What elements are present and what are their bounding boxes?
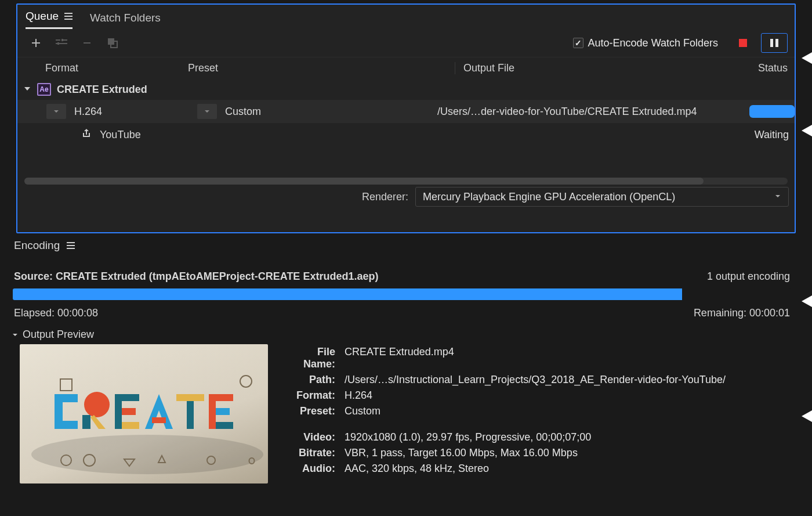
auto-encode-label: Auto-Encode Watch Folders (588, 37, 718, 49)
svg-marker-1 (802, 125, 812, 136)
output-metadata: File Name: CREATE Extruded.mp4 Path: /Us… (282, 344, 791, 483)
preset-value: Custom (225, 106, 261, 118)
meta-format: H.264 (340, 388, 730, 403)
output-preview-header[interactable]: Output Preview (8, 329, 796, 341)
pause-button[interactable] (761, 33, 788, 53)
stop-icon (739, 39, 747, 47)
pause-icon (770, 39, 773, 47)
meta-audio-label: Audio: (282, 461, 340, 477)
after-effects-icon: Ae (37, 83, 51, 96)
source-line: Source: CREATE Extruded (tmpAEtoAMEProje… (14, 270, 707, 283)
svg-marker-2 (802, 295, 812, 307)
col-format[interactable]: Format (45, 62, 188, 74)
output-count: 1 output encoding (707, 270, 790, 283)
svg-rect-13 (115, 394, 122, 429)
column-headers: Format Preset Output File Status (17, 57, 795, 79)
svg-point-7 (84, 392, 110, 417)
tab-watch-folders-label: Watch Folders (90, 12, 161, 24)
progress-bar (13, 288, 791, 300)
queue-group-name: CREATE Extruded (57, 84, 147, 96)
tab-menu-icon[interactable] (64, 13, 72, 20)
col-status[interactable]: Status (739, 62, 795, 74)
meta-preset-label: Preset: (282, 403, 340, 419)
output-path[interactable]: /Users/…der-video-for-YouTube/CREATE Ext… (437, 106, 745, 118)
svg-rect-21 (209, 394, 216, 429)
horizontal-scrollbar[interactable] (24, 178, 788, 185)
duplicate-button[interactable] (104, 35, 121, 51)
meta-bitrate-label: Bitrate: (282, 445, 340, 461)
tab-queue[interactable]: Queue (26, 5, 72, 29)
queue-panel: Queue Watch Folders Auto-Encode Watch Fo… (16, 3, 796, 233)
svg-marker-3 (802, 410, 812, 422)
checkbox-icon (573, 38, 583, 48)
add-slider-button[interactable] (53, 35, 70, 51)
tab-watch-folders[interactable]: Watch Folders (90, 7, 161, 29)
svg-rect-17 (187, 401, 194, 429)
meta-path: /Users/…s/Instructional_Learn_Projects/Q… (340, 372, 730, 388)
chevron-down-icon (774, 192, 781, 201)
renderer-row: Renderer: Mercury Playback Engine GPU Ac… (17, 185, 795, 209)
tab-bar: Queue Watch Folders (17, 5, 795, 29)
meta-filename: CREATE Extruded.mp4 (340, 344, 730, 372)
svg-rect-25 (60, 379, 72, 391)
add-button[interactable] (28, 35, 44, 51)
svg-rect-15 (152, 417, 166, 423)
format-value: H.264 (74, 106, 102, 118)
meta-video-label: Video: (282, 430, 340, 445)
queue-group[interactable]: Ae CREATE Extruded (17, 79, 795, 100)
meta-format-label: Format: (282, 388, 340, 403)
col-output[interactable]: Output File (455, 62, 739, 74)
panel-menu-icon[interactable] (67, 242, 75, 249)
scrollbar-thumb[interactable] (24, 178, 704, 185)
toolbar: Auto-Encode Watch Folders (17, 29, 795, 57)
svg-point-26 (240, 376, 252, 387)
status-progress-pill (749, 105, 795, 118)
svg-rect-16 (176, 394, 204, 401)
svg-marker-0 (802, 52, 812, 64)
meta-audio: AAC, 320 kbps, 48 kHz, Stereo (340, 461, 730, 477)
minus-icon (82, 38, 92, 48)
tab-queue-label: Queue (26, 10, 59, 23)
meta-video: 1920x1080 (1.0), 29.97 fps, Progressive,… (340, 430, 730, 445)
publish-row[interactable]: YouTube Waiting (17, 123, 795, 146)
chevron-down-icon (53, 108, 60, 115)
preview-thumbnail (20, 344, 268, 483)
stop-button[interactable] (731, 33, 755, 53)
chevron-down-icon (204, 108, 211, 115)
plus-icon (31, 38, 41, 48)
remove-button[interactable] (79, 35, 95, 51)
svg-marker-14 (145, 394, 173, 429)
remaining-time: Remaining: 00:00:01 (694, 307, 790, 319)
chevron-down-icon (23, 84, 31, 96)
preset-dropdown[interactable] (197, 104, 217, 119)
share-icon (81, 128, 92, 142)
duplicate-icon (107, 37, 118, 49)
elapsed-time: Elapsed: 00:00:08 (14, 307, 694, 319)
encoding-header: Encoding (8, 237, 796, 254)
sliders-icon (56, 38, 67, 48)
meta-path-label: Path: (282, 372, 340, 388)
col-preset[interactable]: Preset (188, 62, 455, 74)
meta-bitrate: VBR, 1 pass, Target 16.00 Mbps, Max 16.0… (340, 445, 730, 461)
format-dropdown[interactable] (46, 104, 66, 119)
publish-target: YouTube (100, 129, 755, 141)
queue-item[interactable]: H.264 Custom /Users/…der-video-for-YouTu… (17, 100, 795, 123)
publish-status: Waiting (755, 129, 795, 141)
encoding-title: Encoding (14, 239, 60, 252)
renderer-value: Mercury Playback Engine GPU Acceleration… (423, 191, 675, 203)
progress-fill (13, 288, 682, 300)
encoding-panel: Encoding Source: CREATE Extruded (tmpAEt… (8, 237, 796, 483)
meta-preset: Custom (340, 403, 730, 419)
preview-image (20, 344, 268, 483)
svg-rect-8 (82, 415, 90, 429)
chevron-down-icon (12, 331, 19, 338)
renderer-label: Renderer: (362, 191, 408, 203)
meta-filename-label: File Name: (282, 344, 340, 372)
renderer-dropdown[interactable]: Mercury Playback Engine GPU Acceleration… (415, 187, 789, 207)
auto-encode-toggle[interactable]: Auto-Encode Watch Folders (573, 37, 718, 49)
